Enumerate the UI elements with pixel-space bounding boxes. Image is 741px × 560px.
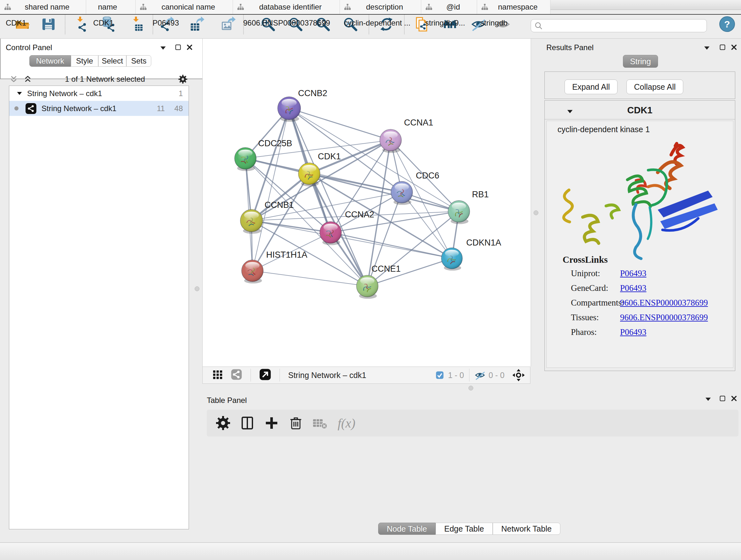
- float-panel-icon[interactable]: [174, 44, 182, 51]
- cell-database-identifier[interactable]: 9606.ENSP00000378699: [243, 17, 330, 29]
- tab-select[interactable]: Select: [98, 55, 126, 67]
- right-splitter-handle[interactable]: [534, 210, 538, 215]
- network-type-badge: [25, 103, 37, 114]
- delete-column-button[interactable]: [288, 415, 304, 431]
- export-image-button[interactable]: [220, 16, 238, 33]
- network-graph[interactable]: CCNB2CCNA1CDC25BCDK1CDC6RB1CCNB1CCNA2CDK…: [203, 39, 531, 367]
- tab-node-table[interactable]: Node Table: [378, 523, 435, 535]
- grid-view-button[interactable]: [212, 369, 223, 381]
- node-label[interactable]: CDKN1A: [466, 238, 501, 247]
- network-edge[interactable]: [289, 108, 459, 211]
- collapse-all-icon[interactable]: [10, 75, 18, 83]
- close-panel-icon[interactable]: [186, 44, 193, 51]
- node-label[interactable]: CDC6: [416, 171, 440, 180]
- tab-string[interactable]: String: [623, 55, 658, 68]
- cell-shared-name[interactable]: CDK1: [6, 17, 26, 29]
- network-edge[interactable]: [253, 108, 289, 271]
- expand-all-button[interactable]: Expand All: [564, 79, 617, 94]
- panel-menu-icon[interactable]: [704, 396, 712, 403]
- gear-icon[interactable]: [178, 74, 188, 84]
- help-button[interactable]: ?: [719, 16, 735, 32]
- cell-name[interactable]: CDK1: [93, 17, 114, 29]
- panel-menu-icon[interactable]: [703, 45, 711, 52]
- tab-network[interactable]: Network: [29, 55, 71, 67]
- expand-all-icon[interactable]: [23, 75, 32, 83]
- create-column-button[interactable]: [264, 415, 280, 431]
- birdseye-icon[interactable]: [512, 369, 525, 381]
- hidden-eye-icon[interactable]: [475, 370, 485, 381]
- close-panel-icon[interactable]: [730, 44, 738, 51]
- node-label[interactable]: CCNA1: [404, 118, 433, 127]
- import-network-file-button[interactable]: [72, 16, 90, 33]
- grid-icon: [212, 369, 223, 380]
- cell-description[interactable]: cyclin-dependent ...: [344, 17, 410, 29]
- crosslink-tissues-link[interactable]: 9606.ENSP00000378699: [620, 313, 708, 322]
- crosslink-uniprot-link[interactable]: P06493: [620, 268, 647, 278]
- panel-menu-icon[interactable]: [159, 45, 166, 52]
- network-collection-row[interactable]: String Network – cdk1 1: [9, 86, 189, 101]
- node-label[interactable]: CCNB2: [298, 88, 327, 98]
- table-panel-title: Table Panel: [207, 396, 247, 405]
- network-row-selected[interactable]: String Network – cdk1 11 48: [9, 101, 189, 116]
- crosslink-genecard-link[interactable]: P06493: [620, 283, 647, 293]
- collapse-arrow-icon[interactable]: [16, 90, 23, 97]
- node-label[interactable]: CCNB1: [265, 200, 294, 210]
- search-input[interactable]: [546, 21, 703, 30]
- protein-structure-image: [552, 139, 728, 266]
- table-settings-button[interactable]: [215, 415, 231, 431]
- node-label[interactable]: CCNE1: [372, 264, 401, 273]
- column-header-name[interactable]: name: [86, 0, 136, 14]
- crosslink-pharos-link[interactable]: P06493: [620, 327, 647, 337]
- show-columns-button[interactable]: [239, 415, 255, 431]
- network-edge[interactable]: [309, 174, 402, 192]
- column-header-canonical-name[interactable]: canonical name: [136, 0, 233, 14]
- close-panel-icon[interactable]: [730, 395, 738, 402]
- left-splitter-handle[interactable]: [195, 287, 199, 291]
- network-node[interactable]: CDKN1A: [441, 238, 501, 271]
- network-node[interactable]: RB1: [448, 190, 489, 224]
- column-header-description[interactable]: description: [340, 0, 421, 14]
- network-name: String Network – cdk1: [42, 104, 117, 113]
- network-status-dot: [14, 106, 18, 111]
- network-edge[interactable]: [289, 108, 391, 140]
- column-header-namespace[interactable]: namespace: [477, 0, 530, 14]
- tab-style[interactable]: Style: [71, 55, 98, 67]
- float-panel-icon[interactable]: [719, 44, 726, 51]
- export-table-button[interactable]: [189, 16, 206, 33]
- import-table-file-button[interactable]: [128, 16, 145, 33]
- detach-view-button[interactable]: [259, 368, 271, 382]
- node-label[interactable]: HIST1H1A: [266, 250, 307, 260]
- save-session-button[interactable]: [40, 16, 57, 33]
- bottom-splitter-handle[interactable]: [468, 386, 473, 390]
- collapse-all-button[interactable]: Collapse All: [626, 79, 683, 94]
- delete-table-button-disabled: [312, 415, 328, 431]
- current-network-name: String Network – cdk1: [288, 371, 366, 380]
- network-view-button[interactable]: [231, 369, 242, 381]
- network-node[interactable]: CCNB2: [278, 88, 327, 122]
- float-panel-icon[interactable]: [719, 395, 726, 402]
- network-canvas[interactable]: CCNB2CCNA1CDC25BCDK1CDC6RB1CCNB1CCNA2CDK…: [202, 39, 531, 367]
- share-badge-icon: [231, 369, 242, 380]
- network-edge[interactable]: [331, 233, 452, 258]
- tab-network-table[interactable]: Network Table: [493, 523, 560, 535]
- tab-edge-table[interactable]: Edge Table: [435, 523, 493, 535]
- column-header-database-identifier[interactable]: database identifier: [233, 0, 340, 14]
- cell-id[interactable]: stringdb:9...: [425, 17, 465, 29]
- network-node[interactable]: CCNA1: [380, 118, 433, 153]
- node-label[interactable]: CCNA2: [345, 210, 374, 219]
- node-label[interactable]: CDC25B: [258, 138, 292, 148]
- network-node[interactable]: CCNE1: [356, 264, 401, 299]
- tab-sets[interactable]: Sets: [126, 55, 151, 67]
- network-node[interactable]: CDC25B: [234, 138, 292, 171]
- node-label[interactable]: CDK1: [318, 152, 341, 161]
- network-edge[interactable]: [253, 271, 367, 286]
- cell-canonical-name[interactable]: P06493: [152, 17, 179, 29]
- cell-namespace[interactable]: stringdb: [480, 17, 508, 29]
- column-header-shared-name[interactable]: shared name: [0, 0, 86, 14]
- selected-checkbox-icon[interactable]: [435, 371, 444, 380]
- node-label[interactable]: RB1: [472, 190, 489, 199]
- table-delete-icon: [313, 415, 328, 431]
- results-panel-title: Results Panel: [546, 43, 594, 52]
- crosslink-compartments-link[interactable]: 9606.ENSP00000378699: [620, 298, 708, 308]
- column-header-id[interactable]: @id: [421, 0, 477, 14]
